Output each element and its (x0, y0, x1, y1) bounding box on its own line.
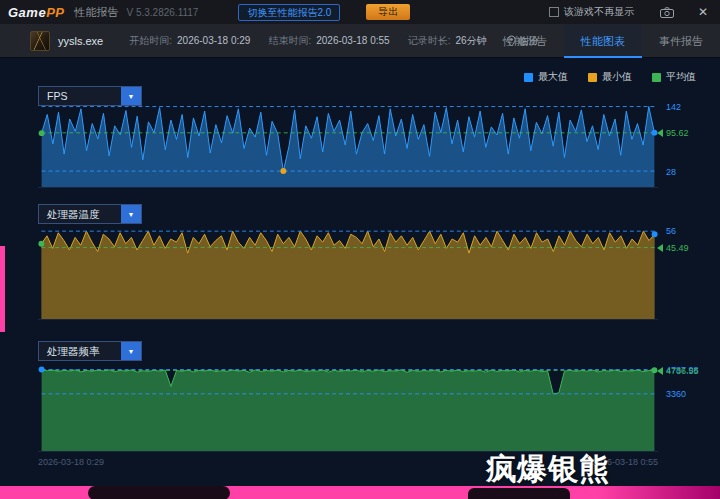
duration-value: 26分钟 (455, 34, 486, 48)
average-arrow-icon (657, 367, 663, 375)
window-title: 性能报告 (74, 5, 118, 20)
wallpaper-left-sliver (0, 246, 5, 332)
gamepp-logo: GamePP (8, 5, 64, 20)
end-time-value: 2026-03-18 0:55 (316, 35, 389, 46)
screenshot-camera-icon[interactable] (660, 7, 674, 18)
axis-label: 142 (666, 102, 681, 112)
axis-label: 45.49 (666, 243, 689, 253)
tab-performance-chart[interactable]: 性能图表 (564, 24, 642, 58)
chevron-down-icon[interactable]: ▼ (121, 205, 141, 223)
end-time-label: 结束时间: (268, 34, 311, 48)
axis-label: 56 (666, 226, 676, 236)
cpu-freq-metric-selector[interactable]: 处理器频率 ▼ (38, 341, 142, 361)
session-bar: yysls.exe 开始时间: 2026-03-18 0:29 结束时间: 20… (0, 24, 720, 58)
cpu-freq-chart[interactable]: 4787.984736.553360 (38, 366, 706, 452)
axis-label: 28 (666, 167, 676, 177)
version-label: V 5.3.2826.1117 (126, 7, 198, 18)
legend-swatch (588, 73, 597, 82)
legend-item: 最大值 (524, 70, 568, 84)
axis-label: 4736.55 (666, 366, 699, 376)
switch-report-button[interactable]: 切换至性能报告2.0 (238, 4, 340, 21)
legend-item: 平均值 (652, 70, 696, 84)
session-meta: 开始时间: 2026-03-18 0:29 结束时间: 2026-03-18 0… (129, 34, 504, 48)
close-icon[interactable]: ✕ (698, 5, 708, 19)
legend-label: 平均值 (666, 70, 696, 84)
cpu-temp-metric-value: 处理器温度 (39, 205, 121, 223)
duration-label: 记录时长: (408, 34, 451, 48)
average-arrow-icon (657, 129, 663, 137)
legend: 最大值最小值平均值 (524, 70, 696, 84)
cpu-temp-chart[interactable]: 5645.49 (38, 228, 706, 320)
legend-item: 最小值 (588, 70, 632, 84)
dont-show-checkbox[interactable] (549, 7, 559, 17)
axis-label: 3360 (666, 389, 686, 399)
wallpaper-shade (598, 486, 720, 499)
start-time-label: 开始时间: (129, 34, 172, 48)
tabs: 性能报告性能图表事件报告 (486, 24, 720, 58)
wallpaper-dark-blob (88, 486, 230, 499)
gamepp-report-window: GamePP 性能报告 V 5.3.2826.1117 切换至性能报告2.0 导… (0, 0, 720, 486)
average-arrow-icon (657, 244, 663, 252)
chart-start-time: 2026-03-18 0:29 (38, 457, 104, 467)
legend-swatch (524, 73, 533, 82)
tab-performance-report[interactable]: 性能报告 (486, 24, 564, 58)
titlebar: GamePP 性能报告 V 5.3.2826.1117 切换至性能报告2.0 导… (0, 0, 720, 24)
logo-game: Game (8, 5, 46, 20)
fps-chart[interactable]: 14295.6228 (38, 102, 706, 188)
logo-pp: PP (46, 5, 64, 20)
start-time-value: 2026-03-18 0:29 (177, 35, 250, 46)
desktop: GamePP 性能报告 V 5.3.2826.1117 切换至性能报告2.0 导… (0, 0, 720, 499)
legend-swatch (652, 73, 661, 82)
cpu-temp-metric-selector[interactable]: 处理器温度 ▼ (38, 204, 142, 224)
chevron-down-icon[interactable]: ▼ (121, 342, 141, 360)
cpu-freq-metric-value: 处理器频率 (39, 342, 121, 360)
axis-label: 95.62 (666, 128, 689, 138)
export-button[interactable]: 导出 (366, 4, 410, 20)
chart-panel: 最大值最小值平均值 FPS ▼ 14295.6228 处理器温度 ▼ 5645.… (0, 58, 720, 485)
tab-event-report[interactable]: 事件报告 (642, 24, 720, 58)
watermark-text: 疯爆银熊 (486, 449, 610, 490)
legend-label: 最大值 (538, 70, 568, 84)
dont-show-label: 该游戏不再显示 (564, 5, 634, 19)
legend-label: 最小值 (602, 70, 632, 84)
game-icon (30, 31, 50, 51)
process-name: yysls.exe (58, 35, 103, 47)
